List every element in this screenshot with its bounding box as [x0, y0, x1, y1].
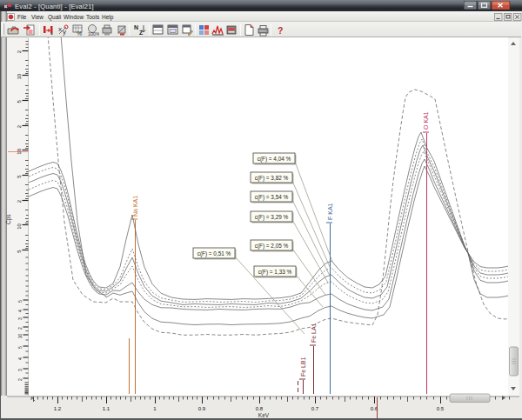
svg-text:c(F) = 1,33 %: c(F) = 1,33 %: [258, 269, 292, 276]
svg-text:Fe LA1: Fe LA1: [311, 323, 317, 343]
svg-text:2: 2: [17, 327, 23, 330]
svg-text:F KA1: F KA1: [327, 203, 333, 220]
svg-text:5: 5: [17, 300, 23, 303]
svg-text:%: %: [77, 30, 82, 37]
svg-text:5: 5: [17, 346, 23, 349]
svg-text:100%: 100%: [88, 30, 99, 36]
svg-text:5: 5: [17, 175, 22, 178]
svg-text:Fe LB1: Fe LB1: [300, 357, 306, 377]
svg-text:10: 10: [17, 223, 22, 229]
svg-text:Cps: Cps: [5, 214, 12, 224]
svg-text:2: 2: [17, 378, 23, 381]
svg-text:KeV: KeV: [258, 412, 270, 418]
svg-text:1: 1: [153, 406, 157, 411]
svg-text:c(F) = 3,82 %: c(F) = 3,82 %: [255, 175, 289, 182]
svg-text:2: 2: [17, 50, 22, 53]
svg-text:0.7: 0.7: [311, 406, 319, 411]
svg-text:2: 2: [17, 124, 22, 128]
svg-text:0.5: 0.5: [437, 406, 445, 411]
svg-text:N: N: [134, 24, 138, 30]
svg-text:0.8: 0.8: [256, 406, 264, 411]
svg-text:10: 10: [17, 334, 23, 339]
svg-text:c(F) = 2,05 %: c(F) = 2,05 %: [255, 243, 289, 250]
svg-text:0.9: 0.9: [198, 406, 206, 411]
svg-text:4: 4: [17, 310, 23, 312]
svg-text:10: 10: [17, 73, 22, 79]
svg-text:4: 4: [17, 357, 23, 360]
svg-text:5: 5: [17, 250, 22, 253]
svg-text:3: 3: [17, 369, 23, 371]
svg-text:1.1: 1.1: [103, 406, 110, 411]
svg-text:10: 10: [17, 148, 22, 154]
svg-text:Na KA1: Na KA1: [132, 196, 138, 217]
svg-text:?: ?: [278, 25, 283, 36]
svg-text:1.2: 1.2: [54, 406, 62, 411]
svg-text:c(F) = 4,04 %: c(F) = 4,04 %: [258, 156, 291, 163]
svg-text:Z: Z: [139, 30, 144, 36]
svg-text:5: 5: [17, 100, 22, 103]
svg-text:2: 2: [17, 199, 22, 203]
svg-text:3: 3: [17, 317, 23, 320]
svg-text:O KA1: O KA1: [423, 111, 429, 130]
svg-text:c(F) = 0,51 %: c(F) = 0,51 %: [197, 250, 231, 257]
svg-text:c(F) = 3,54 %: c(F) = 3,54 %: [255, 194, 289, 201]
svg-text:c(F) = 3,29 %: c(F) = 3,29 %: [255, 214, 289, 221]
